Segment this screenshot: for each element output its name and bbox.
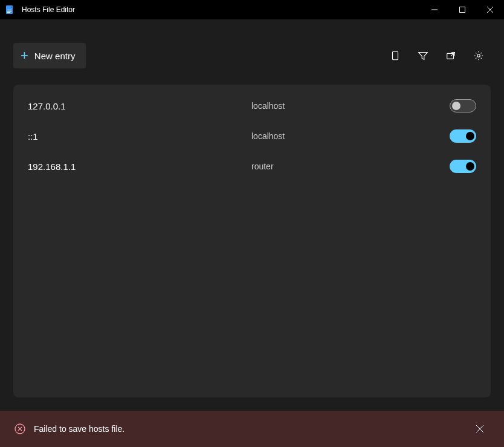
svg-rect-5 bbox=[460, 7, 465, 13]
additional-lines-button[interactable] bbox=[383, 44, 407, 68]
toggle-knob bbox=[452, 102, 460, 110]
error-message: Failed to save hosts file. bbox=[34, 424, 470, 434]
toolbar: + New entry bbox=[0, 31, 504, 80]
maximize-button[interactable] bbox=[448, 0, 476, 19]
toggle-knob bbox=[466, 132, 474, 140]
minimize-button[interactable] bbox=[421, 0, 448, 19]
entry-row[interactable]: 127.0.0.1 localhost bbox=[13, 91, 491, 121]
error-close-button[interactable] bbox=[470, 419, 489, 439]
new-entry-label: New entry bbox=[34, 51, 76, 61]
app-icon bbox=[5, 5, 15, 15]
svg-rect-1 bbox=[7, 10, 11, 10]
entry-row[interactable]: ::1 localhost bbox=[13, 121, 491, 151]
entry-toggle[interactable] bbox=[450, 99, 476, 113]
svg-rect-2 bbox=[7, 11, 11, 11]
svg-rect-8 bbox=[393, 51, 398, 60]
entry-ip: 192.168.1.1 bbox=[28, 162, 251, 172]
entry-host: router bbox=[251, 162, 450, 171]
settings-button[interactable] bbox=[467, 44, 491, 68]
entry-ip: 127.0.0.1 bbox=[28, 101, 251, 111]
open-hosts-file-button[interactable] bbox=[439, 44, 463, 68]
window-title: Hosts File Editor bbox=[22, 5, 421, 14]
entry-host: localhost bbox=[251, 101, 450, 111]
toggle-knob bbox=[466, 162, 474, 171]
svg-rect-3 bbox=[7, 12, 10, 13]
new-entry-button[interactable]: + New entry bbox=[13, 43, 86, 68]
plus-icon: + bbox=[21, 48, 28, 64]
svg-point-10 bbox=[477, 54, 480, 57]
filter-button[interactable] bbox=[411, 44, 435, 68]
titlebar: Hosts File Editor bbox=[0, 0, 504, 19]
entry-ip: ::1 bbox=[28, 131, 251, 142]
error-bar: Failed to save hosts file. bbox=[0, 411, 504, 447]
content-area: + New entry bbox=[0, 19, 504, 411]
entry-toggle[interactable] bbox=[450, 129, 476, 143]
error-icon bbox=[15, 423, 25, 434]
entry-host: localhost bbox=[251, 131, 450, 141]
entry-row[interactable]: 192.168.1.1 router bbox=[13, 151, 491, 181]
window-controls bbox=[421, 0, 504, 19]
close-button[interactable] bbox=[476, 0, 504, 19]
entries-panel: 127.0.0.1 localhost ::1 localhost 192.16… bbox=[13, 85, 491, 397]
entry-toggle[interactable] bbox=[450, 160, 476, 173]
